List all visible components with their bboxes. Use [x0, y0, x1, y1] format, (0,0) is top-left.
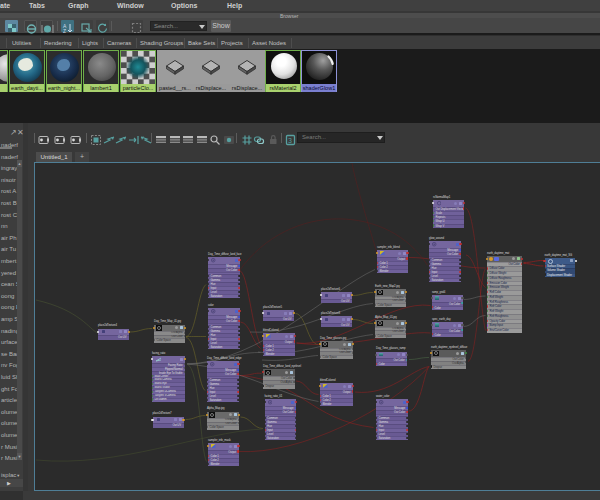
svg-text:3: 3	[288, 137, 292, 144]
svg-text:Z: Z	[63, 28, 66, 34]
